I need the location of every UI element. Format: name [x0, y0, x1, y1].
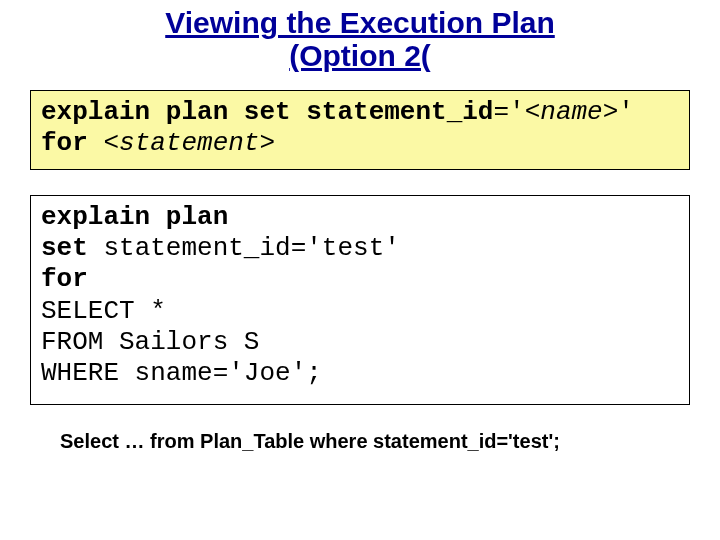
example-line-3: for — [41, 264, 679, 295]
slide-title: Viewing the Execution Plan (Option 2( — [0, 0, 720, 72]
example-codebox: explain plan set statement_id='test' for… — [30, 195, 690, 405]
footer-query: Select … from Plan_Table where statement… — [60, 430, 690, 453]
syntax-endquote: ' — [618, 97, 634, 127]
syntax-keywords-1: explain plan set statement_id — [41, 97, 493, 127]
example-set: set — [41, 233, 103, 263]
syntax-for: for — [41, 128, 103, 158]
example-line-2: set statement_id='test' — [41, 233, 679, 264]
syntax-eq: =' — [493, 97, 524, 127]
syntax-line-2: for <statement> — [41, 128, 679, 159]
example-stmtid: statement_id='test' — [103, 233, 399, 263]
slide: Viewing the Execution Plan (Option 2( ex… — [0, 0, 720, 540]
syntax-name-placeholder: <name> — [525, 97, 619, 127]
example-line-5: FROM Sailors S — [41, 327, 679, 358]
title-line2: (Option 2( — [0, 39, 720, 72]
example-line-6: WHERE sname='Joe'; — [41, 358, 679, 389]
example-line-1: explain plan — [41, 202, 679, 233]
example-line-4: SELECT * — [41, 296, 679, 327]
syntax-line-1: explain plan set statement_id='<name>' — [41, 97, 679, 128]
syntax-codebox: explain plan set statement_id='<name>' f… — [30, 90, 690, 170]
title-line1: Viewing the Execution Plan — [165, 6, 555, 39]
syntax-statement-placeholder: <statement> — [103, 128, 275, 158]
